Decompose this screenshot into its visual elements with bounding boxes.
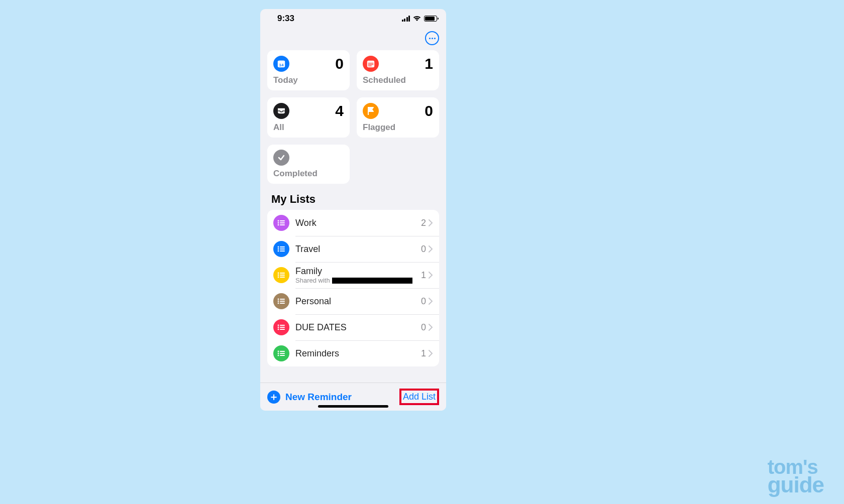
list-row-due-dates[interactable]: DUE DATES 0: [267, 314, 439, 340]
svg-text:14: 14: [279, 63, 284, 67]
my-lists-heading: My Lists: [260, 184, 446, 210]
tray-all-icon: [273, 103, 289, 119]
list-row-family[interactable]: Family Shared with 1: [267, 262, 439, 288]
toms-guide-watermark: tom's guide: [768, 458, 824, 494]
svg-point-13: [278, 246, 279, 248]
chevron-right-icon: [428, 272, 433, 279]
svg-point-41: [278, 355, 279, 356]
svg-rect-36: [280, 329, 285, 330]
svg-rect-6: [368, 66, 372, 66]
svg-point-21: [278, 275, 279, 276]
svg-rect-18: [280, 250, 285, 251]
list-name: Work: [295, 218, 421, 228]
list-count: 0: [421, 296, 426, 307]
svg-rect-32: [280, 325, 285, 326]
chevron-right-icon: [428, 324, 433, 331]
svg-rect-3: [367, 61, 374, 68]
chevron-right-icon: [428, 350, 433, 357]
add-list-button[interactable]: Add List: [399, 389, 439, 405]
list-row-work[interactable]: Work 2: [267, 210, 439, 236]
svg-point-23: [278, 277, 279, 278]
flagged-label: Flagged: [363, 122, 433, 133]
today-label: Today: [273, 75, 344, 85]
svg-rect-4: [368, 63, 374, 63]
list-row-reminders[interactable]: Reminders 1: [267, 340, 439, 366]
svg-rect-28: [280, 301, 285, 302]
home-indicator: [318, 405, 388, 408]
svg-point-37: [278, 351, 279, 352]
list-count: 2: [421, 218, 426, 228]
svg-point-25: [278, 299, 279, 300]
svg-rect-12: [280, 224, 285, 225]
battery-icon: [424, 16, 437, 22]
smart-card-completed[interactable]: Completed: [267, 145, 350, 184]
svg-point-19: [278, 273, 279, 274]
new-reminder-label: New Reminder: [285, 392, 352, 403]
today-count: 0: [335, 55, 344, 72]
svg-rect-24: [280, 277, 285, 278]
chevron-right-icon: [428, 298, 433, 305]
list-name: Reminders: [295, 348, 421, 359]
calendar-today-icon: 14: [273, 56, 289, 72]
my-lists-container: Work 2 Travel 0 Family Shared with: [267, 210, 439, 366]
smart-card-flagged[interactable]: 0 Flagged: [357, 97, 439, 138]
smart-card-scheduled[interactable]: 1 Scheduled: [357, 50, 439, 90]
svg-rect-5: [368, 64, 374, 65]
svg-rect-38: [280, 351, 285, 352]
more-options-button[interactable]: [425, 31, 439, 45]
ellipsis-icon: [429, 38, 436, 39]
list-count: 1: [421, 270, 426, 281]
list-name: DUE DATES: [295, 322, 421, 333]
svg-point-7: [278, 220, 279, 222]
svg-rect-42: [280, 355, 285, 356]
list-count: 0: [421, 322, 426, 333]
smart-card-all[interactable]: 4 All: [267, 97, 350, 138]
scheduled-label: Scheduled: [363, 75, 433, 85]
svg-rect-20: [280, 273, 285, 274]
top-actions: [260, 28, 446, 50]
plus-circle-icon: ＋: [267, 391, 280, 404]
scheduled-count: 1: [425, 55, 433, 72]
list-count: 1: [421, 348, 426, 359]
svg-point-33: [278, 327, 279, 328]
completed-label: Completed: [273, 169, 344, 179]
list-icon: [273, 241, 289, 257]
svg-rect-22: [280, 275, 285, 276]
list-name: Family: [295, 266, 421, 277]
chevron-right-icon: [428, 245, 433, 253]
svg-rect-14: [280, 246, 285, 247]
all-label: All: [273, 122, 344, 133]
svg-rect-34: [280, 327, 285, 328]
list-name: Travel: [295, 244, 421, 255]
list-icon: [273, 319, 289, 335]
svg-rect-10: [280, 222, 285, 223]
list-row-personal[interactable]: Personal 0: [267, 288, 439, 314]
svg-point-31: [278, 325, 279, 326]
svg-rect-8: [280, 220, 285, 221]
status-time: 9:33: [277, 14, 294, 24]
list-name: Personal: [295, 296, 421, 307]
svg-point-29: [278, 303, 279, 304]
list-count: 0: [421, 244, 426, 255]
svg-point-39: [278, 353, 279, 354]
checkmark-icon: [273, 150, 289, 166]
svg-point-9: [278, 222, 279, 224]
reminders-app-screen: 9:33 14 0 Today: [260, 9, 446, 411]
all-count: 4: [335, 102, 344, 119]
list-icon: [273, 267, 289, 283]
flagged-count: 0: [425, 102, 433, 119]
list-row-travel[interactable]: Travel 0: [267, 236, 439, 262]
smart-lists-grid: 14 0 Today 1 Scheduled 4 All: [260, 50, 446, 184]
svg-point-15: [278, 248, 279, 250]
svg-rect-40: [280, 353, 285, 354]
chevron-right-icon: [428, 219, 433, 226]
calendar-scheduled-icon: [363, 56, 379, 72]
svg-point-11: [278, 224, 279, 226]
smart-card-today[interactable]: 14 0 Today: [267, 50, 350, 90]
list-icon: [273, 345, 289, 361]
svg-point-27: [278, 301, 279, 302]
svg-rect-30: [280, 303, 285, 304]
list-icon: [273, 215, 289, 231]
status-indicators: [402, 16, 438, 22]
new-reminder-button[interactable]: ＋ New Reminder: [267, 391, 352, 404]
